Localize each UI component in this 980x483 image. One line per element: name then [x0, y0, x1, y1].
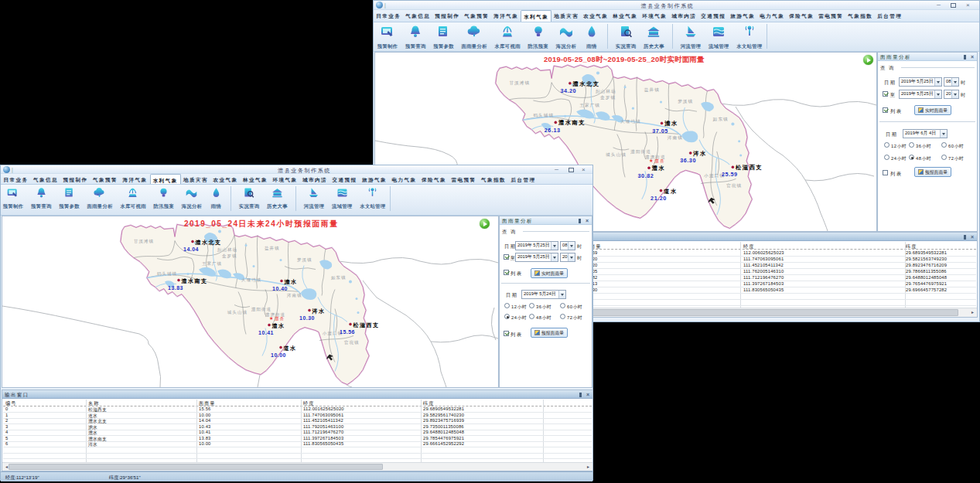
svg-text:10.40: 10.40 [272, 286, 288, 291]
svg-text:26.13: 26.13 [545, 128, 561, 134]
svg-text:10.00: 10.00 [271, 352, 286, 358]
svg-text:25.59: 25.59 [722, 172, 738, 178]
svg-text:34.20: 34.20 [560, 88, 576, 94]
svg-text:36.30: 36.30 [680, 158, 696, 164]
svg-text:10.41: 10.41 [258, 330, 274, 335]
svg-text:15.56: 15.56 [340, 329, 355, 335]
svg-text:37.05: 37.05 [652, 128, 668, 134]
svg-text:10.30: 10.30 [299, 315, 315, 321]
svg-text:30.82: 30.82 [638, 173, 654, 179]
svg-text:21.20: 21.20 [650, 196, 667, 202]
svg-text:13.83: 13.83 [168, 285, 183, 291]
svg-text:14.04: 14.04 [183, 247, 199, 252]
